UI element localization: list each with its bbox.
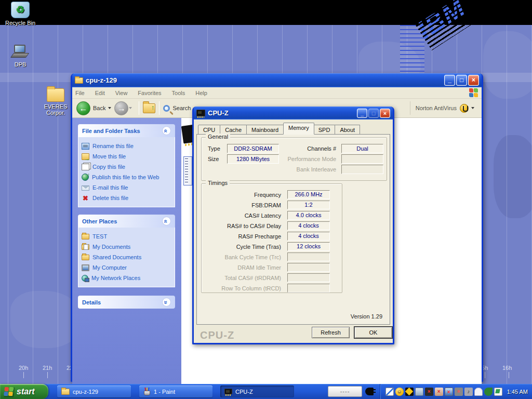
start-button[interactable]: start [0,384,48,399]
up-folder-button[interactable] [143,103,155,113]
timezone-tick [47,372,48,378]
back-dropdown-icon[interactable] [108,107,111,109]
shared-documents-icon [82,255,89,260]
icon-label: DPB [1,61,40,68]
forward-button[interactable]: → [114,101,128,115]
maximize-button[interactable]: □ [456,75,467,86]
back-label[interactable]: Back [93,105,105,111]
norton-antivirus-control[interactable]: Norton AntiVirus [410,101,477,115]
back-button[interactable]: ← [76,101,90,115]
folder-icon [82,234,89,240]
type-label: Type [208,144,220,153]
mail-diamond-icon[interactable] [405,388,414,396]
green-utility-icon[interactable] [484,388,493,396]
timezone-label: 16h [502,365,512,371]
taskbar-button-explorer[interactable]: cpu-z-129 [57,385,131,397]
timing-row-ras-precharge: RAS# Precharge 4 clocks [202,232,342,241]
display-error-icon[interactable]: × [445,388,453,396]
task-publish-file[interactable]: Publish this file to the Web [82,172,172,182]
volume-icon[interactable]: ♪ [464,388,473,396]
language-meter-box[interactable]: ---- [328,386,362,397]
frequency-field: 266.0 MHz [287,190,330,199]
details-panel: Details [78,296,175,309]
laptop-icon [11,44,29,60]
removable-drive-icon[interactable] [494,388,502,396]
type-value-field: DDR2-SDRAM [227,144,279,153]
timezone-label: 21h [43,365,52,371]
task-email-file[interactable]: E-mail this file [82,182,172,193]
bank-interleave-label: Bank Interleave [280,165,336,174]
desktop-icon-everes[interactable]: EVERES Corpor. [40,88,71,116]
size-value-field: 1280 MBytes [227,154,279,164]
audio-muted-icon[interactable]: × [455,388,463,396]
refresh-button[interactable]: Refresh [312,327,350,338]
place-my-documents[interactable]: My Documents [82,242,172,252]
norton-antivirus-icon[interactable]: ☺ [395,388,404,396]
cpuz-dialog: CPU-Z _ □ × CPU Cache Mainboard Memory S… [192,107,394,344]
place-network-places[interactable]: My Network Places [82,273,172,283]
folder-icon [75,77,83,84]
desktop-icon-dpb[interactable]: DPB [1,44,40,68]
task-copy-file[interactable]: Copy this file [82,162,172,172]
menu-file[interactable]: File [75,90,85,96]
dram-idle-timer-field [287,263,330,272]
total-cas-field [287,273,330,282]
minimize-button[interactable]: _ [444,75,455,86]
ghost-icon[interactable] [474,388,483,396]
minimize-button[interactable]: _ [357,109,367,118]
place-shared-documents[interactable]: Shared Documents [82,252,172,262]
cpuz-titlebar[interactable]: CPU-Z _ □ × [194,107,393,119]
ok-button[interactable]: OK [354,327,392,338]
folder-icon [61,389,70,395]
panel-header[interactable]: Other Places [78,215,175,228]
tab-spd[interactable]: SPD [314,125,336,135]
place-my-computer[interactable]: My Computer [82,262,172,273]
place-test[interactable]: TEST [82,231,172,242]
menu-tools[interactable]: Tools [172,90,185,96]
chevron-up-icon[interactable] [162,217,171,225]
task-delete-file[interactable]: ✖ Delete this file [82,193,172,203]
tab-mainboard[interactable]: Mainboard [247,125,284,135]
explorer-titlebar[interactable]: cpu-z-129 _ □ × [72,73,482,87]
menu-favorites[interactable]: Favorites [138,90,161,96]
taskbar-clock[interactable]: 1:45 AM [507,389,528,395]
tab-about[interactable]: About [335,125,360,135]
timezone-tick [509,372,509,378]
window-title: CPU-Z [208,109,356,117]
menu-help[interactable]: Help [195,90,207,96]
panel-header[interactable]: File and Folder Tasks [78,124,175,137]
memory-tab-page: General Type DDR2-SDRAM Size 1280 MBytes… [196,134,390,325]
cycle-time-field: 12 clocks [287,242,330,251]
close-button[interactable]: × [380,109,390,118]
menu-view[interactable]: View [115,90,128,96]
norton-label: Norton AntiVirus [416,105,457,111]
desktop-icon-recycle-bin[interactable]: ♻ Recycle Bin [1,2,40,26]
close-button[interactable]: × [468,75,479,86]
network-computer-icon[interactable] [415,388,423,396]
taskbar-button-cpuz[interactable]: CPU-Z [220,385,294,397]
search-label[interactable]: Search [172,105,191,111]
chevron-up-icon[interactable] [162,126,171,135]
file-icon[interactable] [183,156,192,185]
performance-mode-field [341,154,383,164]
user-offline-icon[interactable]: × [435,388,443,396]
timing-row-total-cas: Total CAS# (tRDRAM) [202,273,342,282]
power-plug-icon[interactable] [365,388,374,395]
network-error-icon[interactable]: × [425,388,433,396]
taskbar-button-paint[interactable]: 1 - Paint [139,385,212,397]
graphics-utility-icon[interactable] [385,388,394,396]
ras-to-cas-field: 4 clocks [287,221,330,230]
panel-header[interactable]: Details [78,296,175,309]
search-icon[interactable] [163,105,170,112]
tab-memory[interactable]: Memory [283,123,314,135]
task-move-file[interactable]: Move this file [82,151,172,162]
task-rename-file[interactable]: Rename this file [82,141,172,151]
menu-edit[interactable]: Edit [95,90,105,96]
file-folder-tasks-panel: File and Folder Tasks Rename this file M… [78,124,175,207]
fsb-dram-field: 1:2 [287,201,330,209]
taskbar: start cpu-z-129 1 - Paint CPU-Z ---- ☺ ×… [0,384,532,399]
chevron-down-icon[interactable] [162,298,171,307]
size-label: Size [208,154,219,164]
system-tray: ☺ × × × × ♪ 1:45 AM [380,384,532,399]
norton-dropdown-icon[interactable] [471,107,474,109]
